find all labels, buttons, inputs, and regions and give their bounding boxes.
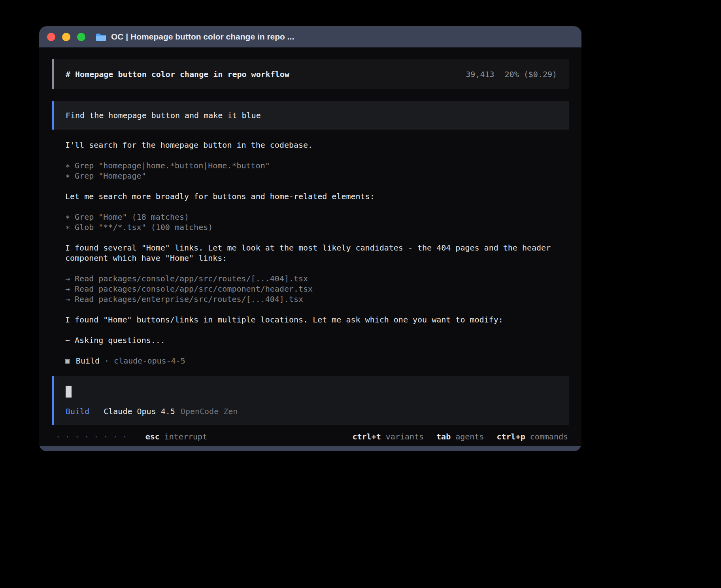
tool-call-group: → Read packages/console/app/src/routes/[… xyxy=(65,273,569,304)
input-meta-row: Build Claude Opus 4.5 OpenCode Zen xyxy=(66,406,557,416)
assistant-text: I found several "Home" links. Let me loo… xyxy=(65,243,555,263)
window-title: OC | Homepage button color change in rep… xyxy=(111,32,294,41)
hint-label: commands xyxy=(530,432,568,442)
agent-icon: ▣ xyxy=(65,356,70,366)
agent-separator: · xyxy=(104,356,109,366)
agent-name: Build xyxy=(76,356,100,366)
hint-variants: ctrl+t variants xyxy=(352,432,424,442)
session-title: # Homepage button color change in repo w… xyxy=(66,69,289,79)
hint-agents: tab agents xyxy=(436,432,484,442)
session-stats: 39,413 20% ($0.29) xyxy=(466,69,557,79)
assistant-text-line: I found "Home" buttons/links in multiple… xyxy=(65,315,569,325)
user-message: Find the homepage button and make it blu… xyxy=(52,101,569,130)
tool-call-group: ∗ Grep "homepage|home.*button|Home.*butt… xyxy=(65,160,569,181)
terminal-window: OC | Homepage button color change in rep… xyxy=(39,26,581,451)
tool-call-line: ∗ Grep "homepage|home.*button|Home.*butt… xyxy=(65,160,569,171)
model-name: Claude Opus 4.5 xyxy=(104,406,175,416)
read-tool-line: → Read packages/console/app/src/componen… xyxy=(65,284,569,294)
working-status: ~ Asking questions... xyxy=(65,335,569,345)
token-count: 39,413 xyxy=(466,69,494,79)
assistant-text: I'll search for the homepage button in t… xyxy=(65,140,569,150)
user-message-text: Find the homepage button and make it blu… xyxy=(66,110,261,121)
agent-model: claude-opus-4-5 xyxy=(114,356,185,366)
tool-call-line: ∗ Grep "Home" (18 matches) xyxy=(65,212,569,222)
terminal-content: # Homepage button color change in repo w… xyxy=(39,47,581,446)
hint-key: ctrl+p xyxy=(496,432,525,442)
folder-icon xyxy=(96,33,106,41)
agent-status-row: ▣ Build · claude-opus-4-5 xyxy=(65,356,569,366)
window-titlebar[interactable]: OC | Homepage button color change in rep… xyxy=(39,26,581,47)
hint-interrupt: esc interrupt xyxy=(145,432,208,442)
assistant-text: I found "Home" buttons/links in multiple… xyxy=(65,315,569,325)
close-button[interactable] xyxy=(47,33,55,41)
tool-call-group: ∗ Grep "Home" (18 matches) ∗ Glob "**/*.… xyxy=(65,212,569,232)
hint-commands: ctrl+p commands xyxy=(496,432,568,442)
hint-key: esc xyxy=(145,432,160,442)
read-tool-line: → Read packages/enterprise/src/routes/[.… xyxy=(65,294,569,304)
text-cursor xyxy=(66,386,72,398)
traffic-lights xyxy=(47,33,85,41)
assistant-text-line: Let me search more broadly for buttons a… xyxy=(65,191,569,202)
status-bar: · · · · · · · · esc interrupt ctrl+t var… xyxy=(52,432,569,442)
progress-dots: · · · · · · · · xyxy=(56,432,127,442)
assistant-text-line: I'll search for the homepage button in t… xyxy=(65,140,569,150)
minimize-button[interactable] xyxy=(62,33,70,41)
session-header: # Homepage button color change in repo w… xyxy=(52,59,569,89)
hint-label: agents xyxy=(455,432,484,442)
hint-label: variants xyxy=(386,432,424,442)
context-cost: 20% ($0.29) xyxy=(505,69,557,79)
tool-call-line: ∗ Glob "**/*.tsx" (100 matches) xyxy=(65,222,569,232)
hint-key: tab xyxy=(436,432,451,442)
hint-key: ctrl+t xyxy=(352,432,381,442)
assistant-text-line: I found several "Home" links. Let me loo… xyxy=(65,243,551,263)
zoom-button[interactable] xyxy=(77,33,85,41)
provider-name: OpenCode Zen xyxy=(181,406,238,416)
assistant-text: Let me search more broadly for buttons a… xyxy=(65,191,569,202)
read-tool-line: → Read packages/console/app/src/routes/[… xyxy=(65,273,569,284)
mode-label[interactable]: Build xyxy=(66,406,89,416)
hint-label: interrupt xyxy=(164,432,207,442)
status-bar-right: ctrl+t variants tab agents ctrl+p comman… xyxy=(352,432,568,442)
working-status-line: ~ Asking questions... xyxy=(65,335,569,345)
prompt-input[interactable]: Build Claude Opus 4.5 OpenCode Zen xyxy=(52,376,569,425)
tool-call-line: ∗ Grep "Homepage" xyxy=(65,171,569,181)
